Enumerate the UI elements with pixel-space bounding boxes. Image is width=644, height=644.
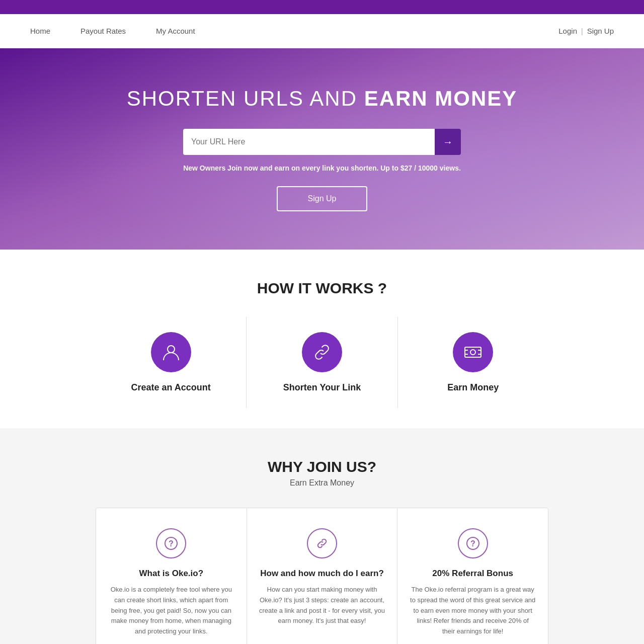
navbar: Home Payout Rates My Account Login | Sig… [0,14,644,48]
card-icon-question-3: ? [458,528,488,558]
card-icon-question-1: ? [156,528,186,558]
card-title-2: How and how much do I earn? [259,569,385,579]
how-it-works-section: HOW IT WORKS ? Create an Account Shorten… [0,250,644,428]
svg-point-0 [168,346,175,353]
url-form: → [10,129,634,155]
card-title-3: 20% Referral Bonus [410,569,536,579]
step-label-create-account: Create an Account [106,382,236,393]
nav-my-account[interactable]: My Account [156,27,195,35]
card-text-2: How can you start making money with Oke.… [259,585,385,626]
card-text-3: The Oke.io referral program is a great w… [410,585,536,637]
step-icon-link [302,332,342,372]
step-create-account: Create an Account [96,317,247,408]
nav-divider: | [581,27,583,35]
hero-signup-button[interactable]: Sign Up [277,186,368,211]
step-shorten-link: Shorten Your Link [247,317,397,408]
nav-login[interactable]: Login [558,27,577,35]
money-icon [463,342,483,362]
how-it-works-title: HOW IT WORKS ? [0,280,644,297]
why-join-subtitle: Earn Extra Money [0,478,644,488]
user-icon [161,342,181,362]
arrow-icon: → [443,136,453,148]
step-icon-user [151,332,191,372]
url-input[interactable] [183,129,435,155]
hero-title-bold: EARN MONEY [364,87,518,110]
hero-tagline: New Owners Join now and earn on every li… [10,164,634,172]
card-text-1: Oke.io is a completely free tool where y… [108,585,234,637]
url-submit-button[interactable]: → [435,129,461,155]
tagline-pre: New Owners Join now and earn on every li… [183,164,400,172]
svg-text:?: ? [169,539,174,548]
nav-right: Login | Sign Up [558,27,614,35]
hero-title-light: SHORTEN URLS AND [127,87,364,110]
svg-text:?: ? [470,539,475,548]
question-icon-3: ? [466,536,480,550]
nav-left: Home Payout Rates My Account [30,27,558,35]
card-title-1: What is Oke.io? [108,569,234,579]
nav-payout-rates[interactable]: Payout Rates [80,27,126,35]
top-bar [0,0,644,14]
tagline-rate: $27 / 10000 [400,164,438,172]
card-how-earn: How and how much do I earn? How can you … [247,508,398,644]
cards-container: ? What is Oke.io? Oke.io is a completely… [96,508,548,644]
why-join-section: WHY JOIN US? Earn Extra Money ? What is … [0,428,644,644]
steps-container: Create an Account Shorten Your Link [96,317,548,408]
card-icon-link-2 [307,528,337,558]
link-icon [312,342,332,362]
step-earn-money: Earn Money [398,317,548,408]
card-referral: ? 20% Referral Bonus The Oke.io referral… [397,508,548,644]
step-label-shorten-link: Shorten Your Link [257,382,387,393]
nav-home[interactable]: Home [30,27,50,35]
step-label-earn-money: Earn Money [408,382,538,393]
tagline-post: views. [438,164,461,172]
question-icon-1: ? [164,536,178,550]
hero-content: SHORTEN URLS AND EARN MONEY → New Owners… [0,87,644,211]
nav-signup[interactable]: Sign Up [587,27,614,35]
hero-section: SHORTEN URLS AND EARN MONEY → New Owners… [0,48,644,250]
svg-point-2 [470,350,475,355]
link-icon-2 [315,536,329,550]
card-what-is: ? What is Oke.io? Oke.io is a completely… [96,508,247,644]
step-icon-money [453,332,493,372]
hero-title: SHORTEN URLS AND EARN MONEY [10,87,634,111]
why-join-title: WHY JOIN US? [0,458,644,475]
svg-rect-1 [465,347,481,357]
